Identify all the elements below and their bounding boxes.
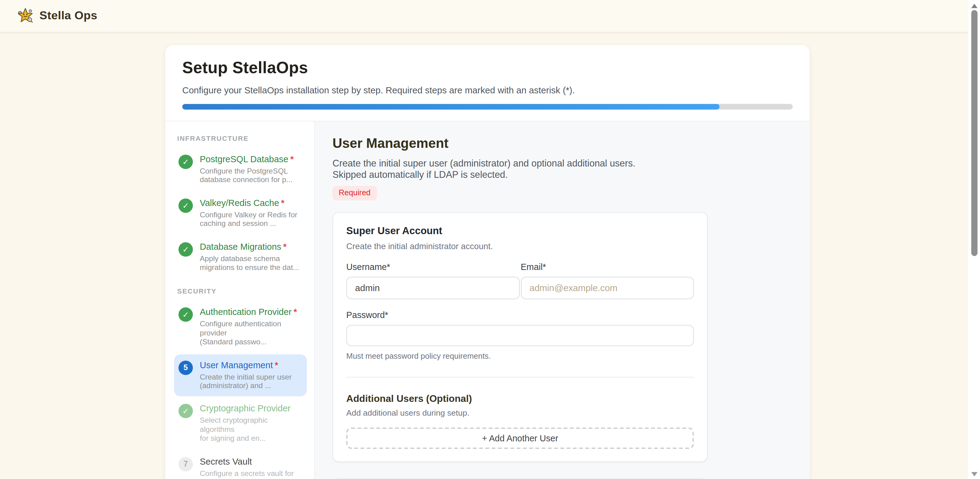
step-description: Configure a secrets vault forsecure cred… <box>200 469 294 479</box>
panel-title: Super User Account <box>346 226 694 237</box>
step-number-badge: 7 <box>178 457 193 471</box>
step-check-icon: ✓ <box>178 307 193 322</box>
step-description: Configure Valkey or Redis forcaching and… <box>200 210 297 228</box>
additional-users-subtitle: Add additional users during setup. <box>346 408 694 418</box>
step-check-icon: ✓ <box>178 154 193 169</box>
brand: Stella Ops <box>17 7 97 24</box>
step-description: Configure the PostgreSQLdatabase connect… <box>200 167 294 185</box>
section-label-security: SECURITY <box>177 288 307 295</box>
step-number-badge: 5 <box>178 360 193 375</box>
step-description: Apply database schemamigrations to ensur… <box>200 254 299 272</box>
scrollbar-up-arrow-icon[interactable] <box>971 4 977 8</box>
sidebar-item-valkey-redis-cache[interactable]: ✓ Valkey/Redis Cache* Configure Valkey o… <box>174 192 307 235</box>
super-user-account-panel: Super User Account Create the initial ad… <box>332 212 708 462</box>
password-label: Password* <box>346 310 694 320</box>
password-field[interactable] <box>346 325 694 347</box>
step-description: Create the initial super user(administra… <box>200 372 291 390</box>
steps-sidebar: INFRASTRUCTURE ✓ PostgreSQL Database* Co… <box>165 121 315 479</box>
step-title: Database Migrations <box>200 242 281 251</box>
step-content: User Management Create the initial super… <box>315 121 810 479</box>
step-description: Configure authentication provider(Standa… <box>200 320 303 347</box>
additional-users-title: Additional Users (Optional) <box>346 393 694 405</box>
required-asterisk: * <box>294 307 297 317</box>
step-title: Authentication Provider <box>200 307 291 317</box>
username-field[interactable] <box>346 277 520 299</box>
step-check-icon: ✓ <box>178 198 193 213</box>
step-check-icon: ✓ <box>178 242 193 256</box>
required-asterisk: * <box>290 154 294 164</box>
email-field[interactable] <box>521 277 694 299</box>
email-label: Email* <box>521 262 694 272</box>
step-title: PostgreSQL Database <box>200 154 288 164</box>
page-title: Setup StellaOps <box>182 58 792 78</box>
step-check-icon: ✓ <box>178 404 193 419</box>
brand-name: Stella Ops <box>40 9 97 23</box>
username-label: Username* <box>346 262 520 272</box>
stellaops-logo-icon <box>17 7 34 24</box>
step-title: Secrets Vault <box>200 456 252 466</box>
wizard-header: Setup StellaOps Configure your StellaOps… <box>165 45 810 121</box>
step-description-text: Create the initial super user (administr… <box>332 158 669 180</box>
required-asterisk: * <box>283 242 286 251</box>
step-description: Select cryptographic algorithmsfor signi… <box>200 416 303 443</box>
scrollbar[interactable] <box>968 0 980 479</box>
sidebar-item-cryptographic-provider[interactable]: ✓ Cryptographic Provider Select cryptogr… <box>174 398 307 449</box>
progress-fill <box>182 104 719 110</box>
sidebar-item-user-management[interactable]: 5 User Management* Create the initial su… <box>174 354 307 397</box>
add-another-user-button[interactable]: + Add Another User <box>346 428 694 449</box>
section-divider <box>346 377 694 378</box>
scrollbar-thumb[interactable] <box>971 10 977 256</box>
step-title: Valkey/Redis Cache <box>200 198 279 208</box>
panel-subtitle: Create the initial administrator account… <box>346 242 694 251</box>
sidebar-item-database-migrations[interactable]: ✓ Database Migrations* Apply database sc… <box>174 236 307 278</box>
setup-wizard-page: Stella Ops Setup StellaOps Configure you… <box>0 0 980 479</box>
step-title: User Management <box>200 360 273 370</box>
progress-bar <box>182 104 792 110</box>
app-header: Stella Ops <box>0 0 968 32</box>
required-asterisk: * <box>281 198 285 208</box>
section-label-infrastructure: INFRASTRUCTURE <box>177 135 307 142</box>
page-subtitle: Configure your StellaOps installation st… <box>182 85 792 95</box>
sidebar-item-secrets-vault[interactable]: 7 Secrets Vault Configure a secrets vaul… <box>174 450 307 479</box>
password-help-text: Must meet password policy requirements. <box>346 352 694 361</box>
step-heading: User Management <box>332 136 810 151</box>
wizard-card: Setup StellaOps Configure your StellaOps… <box>165 45 810 479</box>
required-badge: Required <box>332 186 377 201</box>
sidebar-item-postgresql-database[interactable]: ✓ PostgreSQL Database* Configure the Pos… <box>174 148 307 191</box>
required-asterisk: * <box>275 360 278 370</box>
step-title: Cryptographic Provider <box>200 403 291 414</box>
sidebar-item-authentication-provider[interactable]: ✓ Authentication Provider* Configure aut… <box>174 301 307 353</box>
scrollbar-down-arrow-icon[interactable] <box>971 472 977 477</box>
